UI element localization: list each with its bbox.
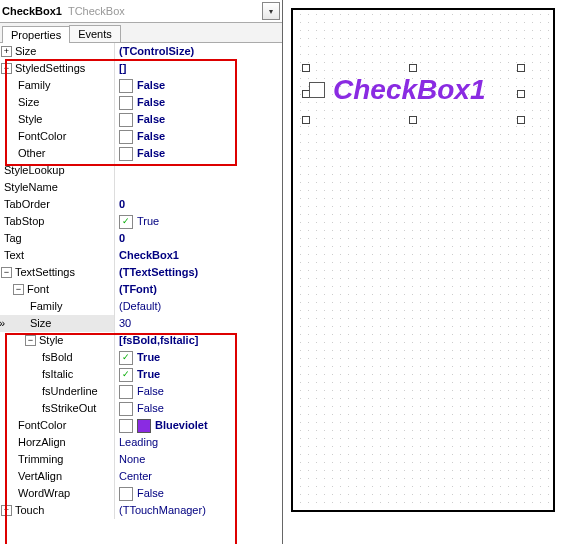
property-row[interactable]: FontColor Blueviolet — [0, 417, 282, 434]
property-row[interactable]: Style False — [0, 111, 282, 128]
prop-value[interactable]: False — [137, 485, 164, 502]
prop-value[interactable]: False — [137, 128, 165, 145]
prop-value[interactable]: Center — [119, 468, 152, 485]
prop-label: Family — [30, 298, 62, 315]
prop-value[interactable]: (TTouchManager) — [119, 502, 206, 519]
property-row[interactable]: −Font (TFont) — [0, 281, 282, 298]
property-row[interactable]: fsBold ✓True — [0, 349, 282, 366]
property-row[interactable]: −Style [fsBold,fsItalic] — [0, 332, 282, 349]
prop-value[interactable]: True — [137, 213, 159, 230]
prop-value[interactable]: False — [137, 145, 165, 162]
property-row[interactable]: Other False — [0, 145, 282, 162]
selection-handle[interactable] — [302, 64, 310, 72]
expander-icon[interactable]: + — [1, 46, 12, 57]
expander-icon[interactable]: − — [13, 284, 24, 295]
inspector-tabs: Properties Events — [0, 23, 282, 43]
component-class: TCheckBox — [68, 5, 125, 17]
property-row[interactable]: Family False — [0, 77, 282, 94]
property-row[interactable]: fsItalic ✓True — [0, 366, 282, 383]
selection-handle[interactable] — [302, 116, 310, 124]
prop-value[interactable]: Blueviolet — [155, 417, 208, 434]
prop-value[interactable]: True — [137, 349, 160, 366]
checkbox-icon[interactable] — [119, 79, 133, 93]
property-row[interactable]: HorzAlign Leading — [0, 434, 282, 451]
checkbox-icon[interactable] — [119, 130, 133, 144]
design-checkbox-control[interactable]: CheckBox1 — [309, 74, 486, 106]
prop-label: TabStop — [4, 213, 44, 230]
prop-value[interactable]: (TTextSettings) — [119, 264, 198, 281]
prop-value[interactable]: True — [137, 366, 160, 383]
property-row[interactable]: fsUnderline False — [0, 383, 282, 400]
selection-handle[interactable] — [409, 116, 417, 124]
prop-label: HorzAlign — [18, 434, 66, 451]
checkbox-icon[interactable] — [119, 113, 133, 127]
expander-icon[interactable]: − — [1, 63, 12, 74]
prop-value[interactable]: [] — [119, 60, 126, 77]
tab-properties[interactable]: Properties — [2, 26, 70, 43]
prop-label: fsItalic — [42, 366, 73, 383]
prop-label: WordWrap — [18, 485, 70, 502]
prop-value[interactable]: False — [137, 383, 164, 400]
selection-handle[interactable] — [517, 90, 525, 98]
property-row[interactable]: StyleName — [0, 179, 282, 196]
prop-value[interactable]: 30 — [119, 315, 131, 332]
chevron-down-icon[interactable]: ▾ — [262, 2, 280, 20]
prop-label: Trimming — [18, 451, 63, 468]
prop-label: Touch — [15, 502, 44, 519]
prop-value[interactable]: Leading — [119, 434, 158, 451]
property-row[interactable]: −TextSettings (TTextSettings) — [0, 264, 282, 281]
prop-value[interactable]: 0 — [119, 230, 125, 247]
property-row[interactable]: Text CheckBox1 — [0, 247, 282, 264]
design-canvas[interactable]: CheckBox1 — [291, 8, 555, 512]
checkbox-icon[interactable] — [119, 419, 133, 433]
selection-indicator-icon: » — [0, 315, 5, 332]
prop-value[interactable]: [fsBold,fsItalic] — [119, 332, 198, 349]
prop-value[interactable]: False — [137, 111, 165, 128]
property-row[interactable]: +Touch (TTouchManager) — [0, 502, 282, 519]
checkbox-icon[interactable]: ✓ — [119, 368, 133, 382]
prop-value[interactable]: 0 — [119, 196, 125, 213]
checkbox-icon[interactable] — [119, 385, 133, 399]
checkbox-icon[interactable] — [119, 147, 133, 161]
property-row[interactable]: Trimming None — [0, 451, 282, 468]
prop-label: VertAlign — [18, 468, 62, 485]
property-row[interactable]: StyleLookup — [0, 162, 282, 179]
property-row[interactable]: Size False — [0, 94, 282, 111]
prop-label: Size — [15, 43, 36, 60]
checkbox-icon[interactable] — [119, 487, 133, 501]
property-row[interactable]: FontColor False — [0, 128, 282, 145]
prop-value[interactable]: (TFont) — [119, 281, 157, 298]
property-row[interactable]: Tag 0 — [0, 230, 282, 247]
checkbox-icon[interactable]: ✓ — [119, 351, 133, 365]
property-row[interactable]: Family (Default) — [0, 298, 282, 315]
prop-label: TabOrder — [4, 196, 50, 213]
property-row[interactable]: +Size (TControlSize) — [0, 43, 282, 60]
property-row[interactable]: TabStop ✓True — [0, 213, 282, 230]
property-row[interactable]: fsStrikeOut False — [0, 400, 282, 417]
tab-events[interactable]: Events — [69, 25, 121, 42]
property-row[interactable]: TabOrder 0 — [0, 196, 282, 213]
checkbox-icon[interactable] — [119, 96, 133, 110]
checkbox-icon[interactable] — [119, 402, 133, 416]
property-row[interactable]: VertAlign Center — [0, 468, 282, 485]
prop-value[interactable]: None — [119, 451, 145, 468]
property-row-selected[interactable]: »Size 30 — [0, 315, 282, 332]
selection-handle[interactable] — [409, 64, 417, 72]
expander-icon[interactable]: − — [1, 267, 12, 278]
prop-label: fsUnderline — [42, 383, 98, 400]
property-row[interactable]: WordWrap False — [0, 485, 282, 502]
prop-value[interactable]: (Default) — [119, 298, 161, 315]
expander-icon[interactable]: − — [25, 335, 36, 346]
prop-value[interactable]: False — [137, 94, 165, 111]
checkbox-icon[interactable]: ✓ — [119, 215, 133, 229]
selection-handle[interactable] — [517, 64, 525, 72]
prop-value[interactable]: CheckBox1 — [119, 247, 179, 264]
property-row[interactable]: −StyledSettings [] — [0, 60, 282, 77]
prop-value[interactable]: False — [137, 77, 165, 94]
prop-value[interactable]: False — [137, 400, 164, 417]
selection-handle[interactable] — [517, 116, 525, 124]
prop-value[interactable]: (TControlSize) — [119, 43, 194, 60]
component-selector[interactable]: CheckBox1 TCheckBox ▾ — [0, 0, 282, 23]
expander-icon[interactable]: + — [1, 505, 12, 516]
form-designer: CheckBox1 — [283, 0, 563, 544]
